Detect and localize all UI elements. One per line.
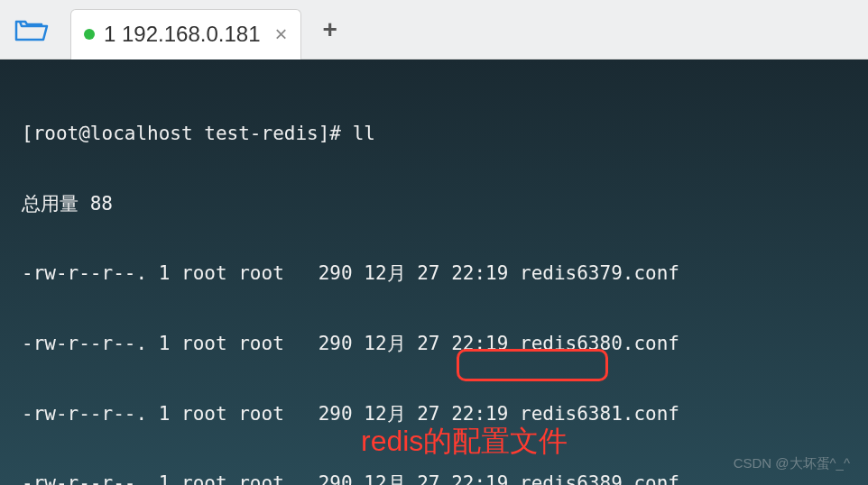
folder-open-icon[interactable] xyxy=(9,7,54,52)
terminal-output[interactable]: [root@localhost test-redis]# ll 总用量 88 -… xyxy=(0,59,868,485)
highlight-annotation-box xyxy=(457,349,608,381)
terminal-line: -rw-r--r--. 1 root root 290 12月 27 22:19… xyxy=(22,466,846,485)
watermark-text: CSDN @大坏蛋^_^ xyxy=(734,451,850,476)
terminal-line: -rw-r--r--. 1 root root 290 12月 27 22:19… xyxy=(22,256,846,291)
close-icon[interactable]: × xyxy=(275,22,288,47)
tab-label: 1 192.168.0.181 xyxy=(104,22,261,47)
terminal-line: 总用量 88 xyxy=(22,187,846,222)
tab-session[interactable]: 1 192.168.0.181 × xyxy=(70,9,301,59)
annotation-text: redis的配置文件 xyxy=(361,415,568,468)
status-dot-icon xyxy=(84,29,95,40)
terminal-line: -rw-r--r--. 1 root root 290 12月 27 22:19… xyxy=(22,326,846,361)
new-tab-button[interactable]: + xyxy=(323,15,337,44)
terminal-line: [root@localhost test-redis]# ll xyxy=(22,116,846,151)
tab-bar: 1 192.168.0.181 × + xyxy=(0,0,868,59)
